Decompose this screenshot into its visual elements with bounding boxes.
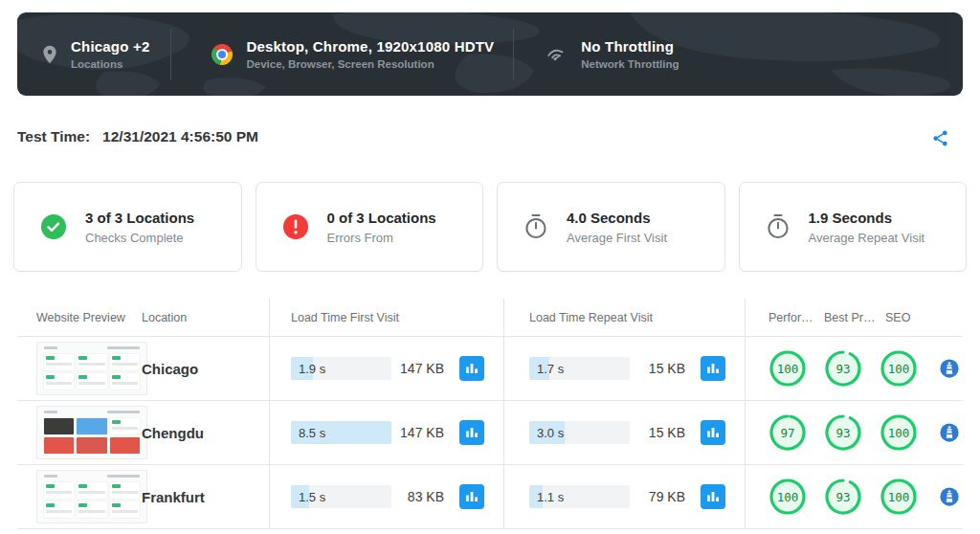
first-visit-waterfall-button[interactable]	[459, 420, 484, 445]
repeat-visit-size: 15 KB	[630, 425, 685, 440]
card-checks-complete: 3 of 3 Locations Checks Complete	[13, 182, 242, 272]
share-button[interactable]	[928, 126, 951, 149]
seo-score-gauge: 100	[880, 349, 918, 388]
card-average-first-visit: 4.0 Seconds Average First Visit	[497, 182, 725, 272]
thumbnail-tile	[44, 437, 74, 454]
location-name: Frankfurt	[142, 489, 269, 505]
seo-score: 100	[880, 478, 918, 516]
thumbnail-tile	[44, 354, 74, 370]
stopwatch-icon	[523, 213, 548, 240]
repeat-visit-time: 1.7 s	[537, 357, 564, 380]
bar-chart-icon	[705, 489, 721, 504]
first-visit-waterfall-button[interactable]	[459, 356, 484, 381]
results-table: Website Preview Location Load Time First…	[17, 299, 963, 529]
device-label: Device, Browser, Screen Resolution	[246, 58, 494, 70]
first-visit-size: 147 KB	[391, 425, 444, 440]
website-preview-thumbnail[interactable]	[36, 470, 147, 523]
col-seo: SEO	[880, 311, 935, 324]
thumbnail-tile	[44, 501, 74, 518]
repeat-visit-loadbar: 3.0 s	[529, 421, 630, 444]
lighthouse-report-button[interactable]	[939, 422, 960, 443]
bar-chart-icon	[464, 425, 479, 440]
first-visit-time: 1.5 s	[299, 485, 325, 508]
locations-label: Locations	[71, 58, 149, 70]
first-visit-loadbar: 1.5 s	[291, 485, 391, 508]
col-load-repeat: Load Time Repeat Visit	[503, 299, 745, 336]
performance-score: 100	[768, 478, 807, 516]
first-visit-size: 147 KB	[391, 361, 444, 376]
repeat-visit-size: 79 KB	[630, 489, 685, 504]
first-visit-size: 83 KB	[391, 489, 444, 504]
location-pin-icon	[42, 45, 57, 64]
website-preview-thumbnail[interactable]	[36, 342, 147, 395]
thumbnail-tile	[110, 354, 140, 370]
bar-chart-icon	[464, 489, 479, 504]
col-load-first: Load Time First Visit	[269, 299, 503, 336]
thumbnail-tile	[77, 482, 106, 499]
bar-chart-icon	[705, 361, 721, 376]
lighthouse-report-button[interactable]	[939, 358, 960, 379]
first-visit-cell: 8.5 s 147 KB	[269, 401, 503, 464]
thumbnail-tile	[77, 373, 106, 389]
thumbnail-tiles	[44, 418, 140, 454]
thumbnail-tile	[77, 437, 106, 454]
first-visit-loadbar: 1.9 s	[291, 357, 391, 380]
first-visit-cell: 1.5 s 83 KB	[269, 465, 503, 528]
first-visit-cell: 1.9 s 147 KB	[269, 337, 503, 400]
speed-test-results-page: Chicago +2 Locations Desktop, Chrome, 19…	[0, 0, 980, 534]
throttling-label: Network Throttling	[581, 58, 679, 70]
first-visit-waterfall-button[interactable]	[459, 484, 484, 509]
thumbnail-tile	[77, 354, 106, 370]
website-preview-thumbnail[interactable]	[36, 406, 147, 459]
thumbnail-tile	[110, 373, 140, 389]
thumbnail-header	[44, 411, 140, 414]
scores-cell: 100 93 100	[745, 465, 963, 528]
repeat-visit-cell: 3.0 s 15 KB	[503, 401, 745, 464]
first-visit-loadbar: 8.5 s	[291, 421, 391, 444]
locations-value: Chicago +2	[71, 38, 149, 55]
error-circle-icon	[282, 213, 309, 240]
seo-score: 100	[880, 349, 918, 388]
thumbnail-tile	[110, 418, 140, 434]
repeat-visit-waterfall-button[interactable]	[701, 484, 725, 509]
thumbnail-tile	[44, 482, 74, 499]
header-divider	[170, 29, 171, 80]
chrome-icon	[212, 44, 233, 65]
setting-throttling: No Throttling Network Throttling	[545, 38, 679, 70]
check-circle-icon	[40, 213, 67, 240]
repeat-visit-waterfall-button[interactable]	[701, 356, 725, 381]
table-header-row: Website Preview Location Load Time First…	[17, 299, 963, 337]
card-subtitle: Average First Visit	[567, 231, 667, 245]
stopwatch-icon	[766, 213, 791, 240]
first-visit-time: 1.9 s	[299, 357, 325, 380]
performance-score-gauge: 97	[768, 413, 807, 452]
seo-score-gauge: 100	[880, 478, 918, 516]
seo-score: 100	[880, 413, 918, 452]
thumbnail-tile	[44, 373, 74, 389]
card-title: 1.9 Seconds	[809, 210, 925, 226]
repeat-visit-time: 1.1 s	[537, 485, 564, 508]
col-scores: Perfor… Best Pr… SEO	[745, 299, 963, 336]
thumbnail-tile	[44, 418, 74, 434]
thumbnail-header	[44, 346, 140, 350]
bar-chart-icon	[464, 361, 479, 376]
best-practices-score: 93	[824, 413, 862, 452]
test-time-value: 12/31/2021 4:56:50 PM	[102, 128, 258, 145]
repeat-visit-time: 3.0 s	[537, 421, 564, 444]
table-body: Chicago 1.9 s 147 KB 1.7 s 15 KB	[17, 337, 963, 529]
summary-cards: 3 of 3 Locations Checks Complete 0 of 3 …	[13, 182, 967, 272]
best-practices-score: 93	[824, 349, 862, 388]
repeat-visit-loadbar: 1.7 s	[529, 357, 630, 380]
setting-device: Desktop, Chrome, 1920x1080 HDTV Device, …	[212, 38, 494, 70]
col-website-preview: Website Preview	[17, 311, 142, 324]
best-practices-score-gauge: 93	[824, 413, 862, 452]
table-row: Chengdu 8.5 s 147 KB 3.0 s 15 KB	[17, 401, 963, 465]
lighthouse-icon	[939, 486, 960, 507]
device-value: Desktop, Chrome, 1920x1080 HDTV	[246, 38, 494, 55]
card-average-repeat-visit: 1.9 Seconds Average Repeat Visit	[739, 182, 968, 272]
lighthouse-report-button[interactable]	[939, 486, 960, 507]
repeat-visit-cell: 1.1 s 79 KB	[503, 465, 745, 528]
performance-score-gauge: 100	[768, 478, 807, 516]
repeat-visit-waterfall-button[interactable]	[701, 420, 725, 445]
performance-score: 97	[768, 413, 807, 452]
